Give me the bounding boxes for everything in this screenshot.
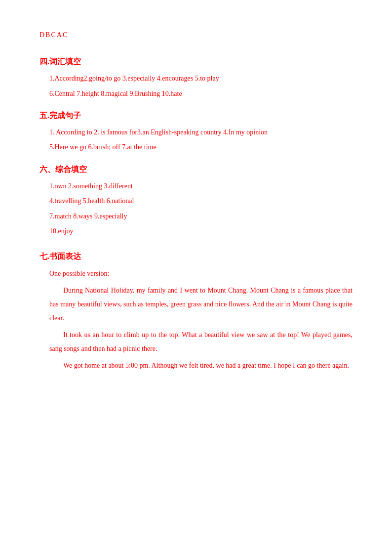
answer-header: DBCAC (39, 30, 353, 41)
answer-text: DBCAC (39, 31, 68, 39)
writing-para1: During National Holiday, my family and I… (49, 284, 353, 325)
section6-row2: 4.travelling 5.health 6.national (49, 195, 353, 208)
writing-para2: It took us an hour to climb up to the to… (49, 328, 353, 356)
section6-row1: 1.own 2.something 3.different (49, 180, 353, 193)
section5-row2: 5.Here we go 6.brush; off 7.at the time (49, 141, 353, 154)
section4-row1: 1.According2.going/to go 3.especially 4.… (49, 72, 353, 85)
section-complete-sentences: 五.完成句子 1. According to 2. is famous for3… (39, 109, 353, 154)
writing-version-label: One possible version: (49, 267, 353, 281)
section-writing: 七.书面表达 One possible version: During Nati… (39, 250, 353, 373)
section7-title: 七.书面表达 (39, 250, 353, 263)
section-comprehensive-fill: 六、综合填空 1.own 2.something 3.different 4.t… (39, 163, 353, 238)
section5-row1: 1. According to 2. is famous for3.an Eng… (49, 126, 353, 139)
section5-title: 五.完成句子 (39, 109, 353, 122)
section4-content: 1.According2.going/to go 3.especially 4.… (39, 72, 353, 100)
section6-row3: 7.match 8.ways 9.especially (49, 210, 353, 223)
section5-content: 1. According to 2. is famous for3.an Eng… (39, 126, 353, 154)
section6-content: 1.own 2.something 3.different 4.travelli… (39, 180, 353, 238)
section4-row2: 6.Central 7.height 8.magical 9.Brushing … (49, 87, 353, 101)
writing-para3: We got home at about 5:00 pm. Although w… (49, 359, 353, 373)
section6-title: 六、综合填空 (39, 163, 353, 176)
writing-content: One possible version: During National Ho… (39, 267, 353, 373)
section4-title: 四.词汇填空 (39, 55, 353, 68)
page-container: DBCAC 四.词汇填空 1.According2.going/to go 3.… (0, 0, 392, 405)
section6-row4: 10.enjoy (49, 225, 353, 238)
section-vocabulary: 四.词汇填空 1.According2.going/to go 3.especi… (39, 55, 353, 100)
